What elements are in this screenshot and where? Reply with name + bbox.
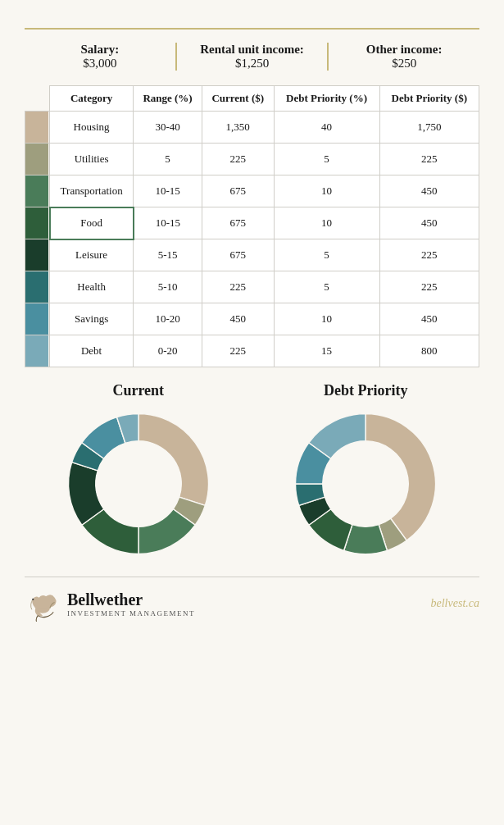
debt-dollar-cell-4: 225 — [379, 239, 479, 271]
debt-dollar-cell-1: 225 — [379, 144, 479, 175]
col-debt-dollar: Debt Priority ($) — [379, 86, 479, 112]
color-swatch-cell-3 — [25, 207, 50, 239]
income-block-0: Salary:$3,000 — [25, 43, 175, 71]
color-swatch-cell-6 — [25, 303, 50, 335]
current-cell-2: 675 — [202, 175, 274, 207]
table-header-row: Category Range (%) Current ($) Debt Prio… — [25, 86, 479, 112]
debt-dollar-cell-7: 800 — [379, 335, 479, 367]
col-swatch — [25, 86, 50, 112]
brand-name: Bellwether — [67, 590, 195, 609]
income-block-2: Other income:$250 — [327, 43, 479, 71]
range-cell-3: 10-15 — [134, 207, 202, 239]
category-cell-0: Housing — [50, 112, 134, 144]
color-swatch-2 — [25, 175, 48, 207]
debt-chart-container: Debt Priority — [252, 382, 480, 562]
svg-point-3 — [46, 595, 49, 599]
current-cell-7: 225 — [202, 335, 274, 367]
col-range: Range (%) — [134, 86, 202, 112]
footer: Bellwether Investment Management bellves… — [25, 577, 479, 622]
current-chart-container: Current — [25, 382, 252, 562]
color-swatch-cell-5 — [25, 271, 50, 303]
table-row: Housing 30-40 1,350 40 1,750 — [25, 112, 479, 144]
current-cell-3: 675 — [202, 207, 274, 239]
range-cell-0: 30-40 — [134, 112, 202, 144]
range-cell-1: 5 — [134, 144, 202, 175]
debt-dollar-cell-3: 450 — [379, 207, 479, 239]
category-cell-6: Savings — [50, 303, 134, 335]
brand-text: Bellwether Investment Management — [67, 590, 195, 618]
color-swatch-cell-1 — [25, 144, 50, 175]
svg-point-1 — [323, 441, 409, 527]
current-cell-4: 675 — [202, 239, 274, 271]
debt-pct-cell-0: 40 — [274, 112, 379, 144]
income-value-1: $1,250 — [184, 57, 321, 71]
color-swatch-cell-7 — [25, 335, 50, 367]
table-row: Utilities 5 225 5 225 — [25, 144, 479, 175]
debt-pct-cell-1: 5 — [274, 144, 379, 175]
col-debt-pct: Debt Priority (%) — [274, 86, 379, 112]
range-cell-7: 0-20 — [134, 335, 202, 367]
color-swatch-4 — [25, 239, 48, 271]
category-cell-5: Health — [50, 271, 134, 303]
col-category: Category — [50, 86, 134, 112]
income-block-1: Rental unit income:$1,250 — [175, 43, 328, 71]
income-label-1: Rental unit income: — [184, 43, 321, 57]
budget-table: Category Range (%) Current ($) Debt Prio… — [25, 85, 479, 367]
bird-icon — [25, 586, 61, 622]
title-divider — [25, 28, 479, 30]
table-row: Savings 10-20 450 10 450 — [25, 303, 479, 335]
debt-pct-cell-5: 5 — [274, 271, 379, 303]
debt-donut — [288, 406, 443, 562]
current-cell-1: 225 — [202, 144, 274, 175]
table-row: Food 10-15 675 10 450 — [25, 207, 479, 239]
category-cell-3: Food — [50, 207, 134, 239]
range-cell-5: 5-10 — [134, 271, 202, 303]
page-container: Salary:$3,000Rental unit income:$1,250Ot… — [0, 0, 504, 638]
color-swatch-0 — [25, 112, 48, 143]
svg-point-0 — [96, 441, 182, 527]
footer-url: bellvest.ca — [431, 597, 479, 610]
debt-dollar-cell-2: 450 — [379, 175, 479, 207]
income-label-2: Other income: — [335, 43, 473, 57]
table-row: Transportation 10-15 675 10 450 — [25, 175, 479, 207]
table-row: Leisure 5-15 675 5 225 — [25, 239, 479, 271]
debt-dollar-cell-5: 225 — [379, 271, 479, 303]
debt-pct-cell-3: 10 — [274, 207, 379, 239]
category-cell-2: Transportation — [50, 175, 134, 207]
current-cell-0: 1,350 — [202, 112, 274, 144]
income-label-0: Salary: — [31, 43, 169, 57]
table-row: Health 5-10 225 5 225 — [25, 271, 479, 303]
debt-chart-title: Debt Priority — [324, 382, 407, 399]
income-value-0: $3,000 — [31, 57, 169, 71]
range-cell-4: 5-15 — [134, 239, 202, 271]
category-cell-7: Debt — [50, 335, 134, 367]
current-cell-6: 450 — [202, 303, 274, 335]
debt-pct-cell-6: 10 — [274, 303, 379, 335]
color-swatch-1 — [25, 144, 48, 175]
category-cell-4: Leisure — [50, 239, 134, 271]
current-donut — [61, 406, 216, 562]
range-cell-2: 10-15 — [134, 175, 202, 207]
color-swatch-cell-0 — [25, 112, 50, 144]
color-swatch-cell-4 — [25, 239, 50, 271]
footer-logo: Bellwether Investment Management — [25, 586, 195, 622]
color-swatch-5 — [25, 271, 48, 303]
charts-section: Current Debt Priority — [25, 382, 479, 562]
debt-pct-cell-2: 10 — [274, 175, 379, 207]
debt-dollar-cell-6: 450 — [379, 303, 479, 335]
col-current: Current ($) — [202, 86, 274, 112]
svg-point-4 — [32, 599, 34, 600]
color-swatch-7 — [25, 335, 48, 367]
brand-sub: Investment Management — [67, 609, 195, 618]
debt-pct-cell-4: 5 — [274, 239, 379, 271]
range-cell-6: 10-20 — [134, 303, 202, 335]
debt-pct-cell-7: 15 — [274, 335, 379, 367]
color-swatch-cell-2 — [25, 175, 50, 207]
color-swatch-6 — [25, 303, 48, 335]
current-cell-5: 225 — [202, 271, 274, 303]
current-chart-title: Current — [112, 382, 164, 399]
color-swatch-3 — [25, 207, 48, 239]
debt-dollar-cell-0: 1,750 — [379, 112, 479, 144]
income-value-2: $250 — [335, 57, 473, 71]
income-row: Salary:$3,000Rental unit income:$1,250Ot… — [25, 43, 479, 71]
